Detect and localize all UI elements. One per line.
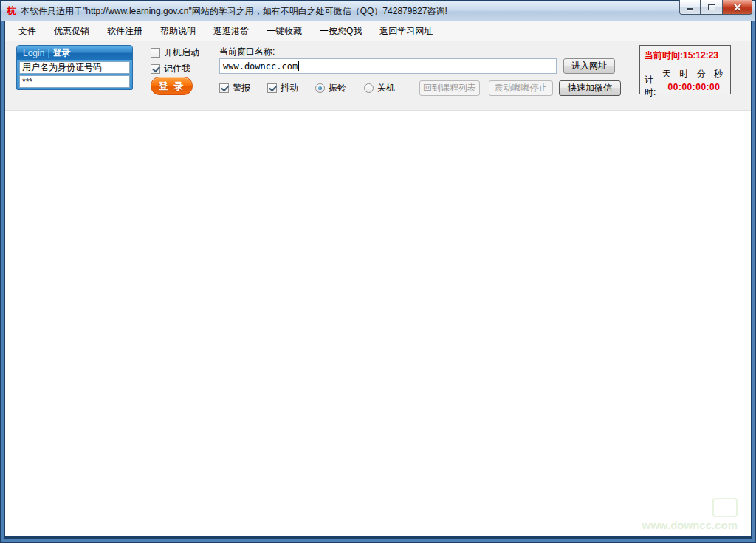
maximize-button[interactable]	[701, 0, 722, 15]
menu-item-file[interactable]: 文件	[10, 22, 45, 41]
stop-vibration-button: 震动嘟嘟停止	[489, 80, 553, 96]
elapsed-label: 计时:	[645, 74, 660, 99]
alarm-label: 警报	[233, 82, 250, 94]
ring-label: 振铃	[329, 82, 346, 94]
menu-item-contact-qq[interactable]: 一按您Q我	[311, 22, 371, 41]
login-header-divider: |	[47, 48, 49, 58]
username-input[interactable]	[19, 61, 130, 74]
minimize-icon	[687, 8, 693, 10]
menu-item-shopping[interactable]: 逛逛港货	[205, 22, 258, 41]
current-time-label: 当前时间:	[645, 50, 683, 60]
app-icon: 杭	[7, 4, 16, 18]
checkbox-checked-icon	[219, 83, 229, 93]
timer-panel: 当前时间:15:12:23 计时: 天 时 分 秒 00:00:00:00	[639, 45, 731, 94]
login-panel: Login | 登录	[16, 45, 133, 90]
close-icon	[733, 3, 742, 12]
menu-item-bookmark[interactable]: 一键收藏	[258, 22, 311, 41]
main-content-area: www.downcc.com	[5, 111, 751, 536]
login-button[interactable]: 登 录	[151, 77, 193, 95]
login-header-zh: 登录	[53, 46, 71, 59]
watermark-logo-icon	[712, 498, 738, 517]
checkbox-icon	[151, 48, 160, 58]
back-to-course-button: 回到课程列表	[419, 80, 480, 96]
url-input[interactable]: www.downcc.com	[219, 58, 557, 74]
checkbox-checked-icon	[151, 64, 160, 74]
maximize-icon	[708, 4, 715, 10]
add-wechat-button[interactable]: 快速加微信	[559, 80, 621, 96]
elapsed-value: 00:00:00:00	[662, 82, 726, 92]
tool-band: Login | 登录 开机启动 记住我 登 录 当前窗口名称: w	[5, 41, 751, 111]
window-title: 本软件只适用于"http://www.learning.gov.cn"网站的学习…	[21, 5, 447, 18]
client-area: 文件 优惠促销 软件注册 帮助说明 逛逛港货 一键收藏 一按您Q我 返回学习网址…	[5, 21, 751, 536]
login-panel-header: Login | 登录	[17, 46, 132, 60]
login-header-en: Login	[23, 48, 44, 58]
enter-url-button[interactable]: 进入网址	[563, 58, 615, 74]
watermark-text: www.downcc.com	[642, 519, 738, 531]
caption-buttons	[679, 0, 752, 15]
shutdown-radio[interactable]: 关机	[364, 82, 395, 94]
menu-item-register[interactable]: 软件注册	[98, 22, 151, 41]
shake-checkbox[interactable]: 抖动	[267, 82, 298, 94]
radio-selected-icon	[315, 83, 325, 93]
close-button[interactable]	[722, 0, 752, 15]
autostart-label: 开机启动	[164, 46, 199, 59]
autostart-checkbox[interactable]: 开机启动	[151, 46, 199, 59]
watermark: www.downcc.com	[642, 498, 738, 531]
remember-me-checkbox[interactable]: 记住我	[151, 63, 190, 75]
remember-me-label: 记住我	[164, 63, 190, 75]
menu-item-promotions[interactable]: 优惠促销	[45, 22, 98, 41]
checkbox-checked-icon	[267, 83, 277, 93]
shutdown-label: 关机	[377, 82, 395, 94]
text-caret	[298, 61, 299, 71]
menu-item-return-site[interactable]: 返回学习网址	[371, 22, 441, 41]
radio-icon	[364, 83, 374, 93]
title-bar: 杭 本软件只适用于"http://www.learning.gov.cn"网站的…	[1, 1, 755, 21]
shake-label: 抖动	[281, 82, 298, 94]
app-window: 杭 本软件只适用于"http://www.learning.gov.cn"网站的…	[0, 0, 756, 543]
ring-radio[interactable]: 振铃	[315, 82, 346, 94]
timer-units-label: 天 时 分 秒	[662, 68, 726, 80]
menu-bar: 文件 优惠促销 软件注册 帮助说明 逛逛港货 一键收藏 一按您Q我 返回学习网址	[5, 21, 751, 41]
window-name-label: 当前窗口名称:	[219, 46, 275, 58]
menu-item-help[interactable]: 帮助说明	[151, 22, 205, 41]
current-time-value: 15:12:23	[683, 50, 718, 60]
password-input[interactable]	[19, 75, 130, 88]
url-value: www.downcc.com	[223, 61, 298, 72]
alarm-checkbox[interactable]: 警报	[219, 82, 250, 94]
minimize-button[interactable]	[679, 0, 701, 15]
